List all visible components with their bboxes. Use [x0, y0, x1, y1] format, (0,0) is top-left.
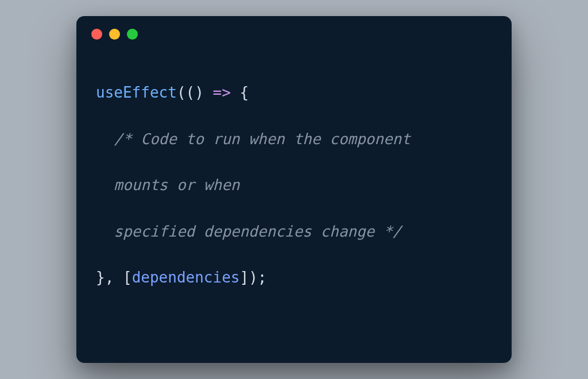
- token-close-bracket: ]: [239, 269, 249, 286]
- zoom-icon[interactable]: [127, 29, 138, 40]
- token-arrow-args: (): [186, 84, 204, 101]
- code-block: useEffect(() => { /* Code to run when th…: [76, 45, 512, 336]
- code-window: useEffect(() => { /* Code to run when th…: [76, 16, 512, 363]
- token-open-bracket: [: [123, 269, 132, 286]
- code-line-1: useEffect(() => {: [96, 81, 492, 104]
- token-identifier: dependencies: [132, 269, 240, 286]
- code-line-2: /* Code to run when the component: [96, 127, 492, 150]
- token-close-paren-semi: );: [249, 269, 266, 286]
- minimize-icon[interactable]: [109, 29, 120, 40]
- close-icon[interactable]: [91, 29, 102, 40]
- token-function: useEffect: [96, 84, 177, 101]
- token-close-brace: }: [96, 269, 105, 286]
- code-line-5: }, [dependencies]);: [96, 266, 492, 289]
- token-comma: ,: [105, 269, 123, 286]
- window-titlebar: [76, 16, 512, 45]
- token-comment: mounts or when: [114, 176, 239, 194]
- token-open-paren: (: [177, 84, 186, 101]
- token-comment: specified dependencies change */: [114, 223, 401, 240]
- token-open-brace: {: [239, 84, 249, 101]
- code-line-3: mounts or when: [96, 173, 492, 196]
- code-line-4: specified dependencies change */: [96, 220, 492, 243]
- token-comment: /* Code to run when the component: [114, 130, 411, 148]
- token-arrow: =>: [204, 84, 240, 101]
